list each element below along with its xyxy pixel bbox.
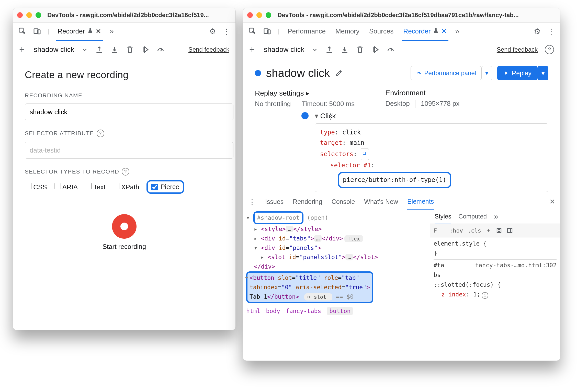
tab-rendering[interactable]: Rendering: [293, 198, 322, 205]
new-recording-icon[interactable]: +: [19, 45, 25, 54]
timeline-dot-icon: [301, 112, 309, 119]
edit-icon[interactable]: [335, 69, 343, 77]
tab-console[interactable]: Console: [332, 198, 355, 205]
start-recording-button[interactable]: [112, 214, 137, 239]
kebab-icon[interactable]: [223, 27, 230, 36]
checkbox-pierce[interactable]: [151, 184, 158, 190]
label-selector-types: SELECTOR TYPES TO RECORD ?: [25, 168, 224, 176]
window-minimize-button[interactable]: [256, 12, 262, 18]
info-icon[interactable]: i: [482, 292, 488, 299]
tab-recorder[interactable]: Recorder ✕: [402, 27, 448, 41]
titlebar: DevTools - rawgit.com/ebidel/2d2bb0cdec3…: [13, 8, 235, 22]
window-close-button[interactable]: [17, 12, 23, 18]
more-tabs-icon[interactable]: [494, 212, 498, 221]
drawer-kebab-icon[interactable]: [248, 197, 256, 206]
shadow-root-highlight: #shadow-root: [253, 211, 303, 224]
sidebar-toggle-icon[interactable]: [507, 227, 513, 234]
play-step-icon[interactable]: [371, 45, 379, 54]
recording-name-input[interactable]: [25, 103, 233, 120]
close-tab-icon[interactable]: ✕: [96, 27, 101, 35]
styles-toolbar: :hov .cls ＋: [430, 224, 560, 237]
gear-icon[interactable]: [209, 27, 216, 36]
devtools-window-left: DevTools - rawgit.com/ebidel/2d2bb0cdec3…: [13, 8, 236, 330]
more-tabs-icon[interactable]: [109, 27, 114, 36]
gear-icon[interactable]: [534, 27, 541, 36]
import-icon[interactable]: [341, 45, 349, 54]
tab-styles[interactable]: Styles: [435, 213, 451, 224]
help-icon[interactable]: ?: [97, 130, 104, 137]
delete-icon[interactable]: [126, 45, 134, 54]
replay-dropdown[interactable]: ▾: [538, 66, 548, 80]
tab-whats-new[interactable]: What's New: [364, 198, 398, 205]
step-kebab-icon[interactable]: [326, 112, 334, 121]
checkbox-xpath[interactable]: XPath: [113, 183, 139, 191]
help-icon[interactable]: ?: [122, 168, 129, 176]
reveal-slot-badge[interactable]: slot: [304, 293, 332, 301]
tab-elements[interactable]: Elements: [407, 198, 434, 210]
tab-issues[interactable]: Issues: [265, 198, 284, 205]
inspect-icon[interactable]: [18, 27, 26, 35]
performance-panel-dropdown[interactable]: ▾: [481, 66, 492, 80]
svg-rect-10: [507, 228, 512, 233]
hov-toggle[interactable]: :hov: [449, 227, 463, 234]
replay-button-group: Replay ▾: [497, 66, 548, 80]
speed-icon[interactable]: [387, 45, 395, 54]
computed-toggle-icon[interactable]: [496, 227, 502, 234]
tab-memory[interactable]: Memory: [334, 27, 361, 35]
checkbox-aria[interactable]: ARIA: [54, 183, 78, 191]
new-recording-icon[interactable]: +: [249, 45, 255, 54]
speed-icon[interactable]: [156, 45, 165, 54]
recording-dropdown-icon[interactable]: [82, 45, 88, 54]
replay-settings-toggle[interactable]: Replay settings ▸: [255, 89, 355, 97]
pick-element-icon[interactable]: [361, 148, 369, 160]
tab-recorder[interactable]: Recorder ✕: [56, 27, 103, 41]
styles-filter-input[interactable]: [434, 227, 445, 234]
recording-name[interactable]: shadow click: [264, 45, 304, 54]
cls-toggle[interactable]: .cls: [468, 227, 481, 234]
device-toggle-icon[interactable]: [33, 27, 41, 35]
window-close-button[interactable]: [247, 12, 253, 18]
svg-rect-9: [498, 229, 500, 232]
dom-tree[interactable]: #shadow-root (open) <style>…</style> <di…: [243, 209, 430, 305]
performance-panel-button[interactable]: Performance panel: [411, 66, 481, 80]
selector-attribute-input[interactable]: [25, 142, 233, 159]
breadcrumbs[interactable]: html body fancy-tabs button: [243, 305, 430, 317]
drawer-close-icon[interactable]: [549, 198, 555, 206]
window-minimize-button[interactable]: [26, 12, 32, 18]
import-icon[interactable]: [110, 45, 119, 54]
styles-rules[interactable]: element.style { } #ta fancy-tabs-…mo.htm…: [430, 237, 560, 361]
crumb-button[interactable]: button: [327, 307, 353, 315]
tab-computed[interactable]: Computed: [458, 213, 487, 220]
device-toggle-icon[interactable]: [263, 27, 271, 35]
svg-rect-8: [497, 228, 501, 233]
crumb-body[interactable]: body: [266, 308, 280, 314]
checkbox-text[interactable]: Text: [85, 183, 105, 191]
tab-sources[interactable]: Sources: [368, 27, 395, 35]
export-icon[interactable]: [325, 45, 333, 54]
checkbox-css[interactable]: CSS: [25, 183, 47, 191]
window-maximize-button[interactable]: [36, 12, 41, 18]
crumb-html[interactable]: html: [246, 308, 260, 314]
export-icon[interactable]: [95, 45, 103, 54]
send-feedback-link[interactable]: Send feedback: [188, 46, 229, 53]
tab-performance[interactable]: Performance: [286, 27, 327, 35]
recording-name[interactable]: shadow click: [34, 45, 74, 54]
window-maximize-button[interactable]: [266, 12, 271, 18]
step-click-title[interactable]: Click: [315, 112, 336, 120]
replay-button[interactable]: Replay: [497, 66, 538, 80]
stylesheet-link[interactable]: fancy-tabs-…mo.html:302: [475, 261, 557, 270]
close-tab-icon[interactable]: ✕: [441, 27, 447, 35]
inspect-icon[interactable]: [248, 27, 256, 35]
delete-icon[interactable]: [356, 45, 364, 54]
play-step-icon[interactable]: [141, 45, 149, 54]
send-feedback-link[interactable]: Send feedback: [497, 46, 538, 53]
more-tabs-icon[interactable]: [455, 27, 459, 36]
recording-dropdown-icon[interactable]: [312, 45, 318, 54]
kebab-icon[interactable]: [547, 27, 555, 36]
crumb-fancy-tabs[interactable]: fancy-tabs: [286, 308, 321, 314]
new-rule-icon[interactable]: ＋: [486, 227, 491, 234]
flex-badge[interactable]: flex: [344, 235, 363, 242]
help-icon[interactable]: ?: [545, 45, 554, 54]
settings-row: Replay settings ▸ No throttling Timeout:…: [243, 87, 560, 111]
recording-title: shadow click: [266, 67, 330, 79]
